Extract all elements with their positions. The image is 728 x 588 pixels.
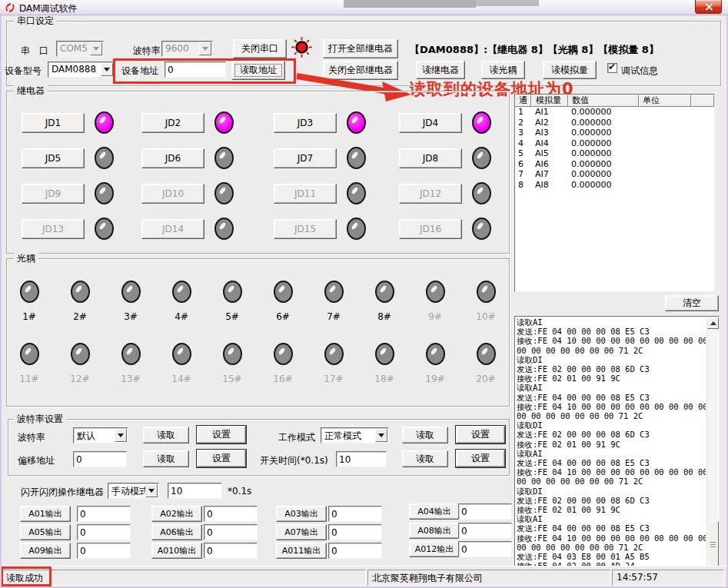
chevron-down-icon[interactable] <box>101 63 113 76</box>
a08-output-input[interactable] <box>458 523 512 539</box>
clear-log-button[interactable]: 清空 <box>665 295 719 311</box>
relay-button[interactable]: JD1 <box>22 113 85 133</box>
work-mode-read-button[interactable]: 读取 <box>402 427 448 443</box>
relay-button[interactable]: JD10 <box>141 184 204 204</box>
close-serial-button[interactable]: 关闭串口 <box>233 39 287 58</box>
scrollbar-thumb[interactable] <box>707 521 719 569</box>
opto-19: 19# <box>418 343 452 384</box>
title-bar[interactable]: DAM调试软件 <box>0 0 728 15</box>
relay-button[interactable]: JD2 <box>141 113 204 133</box>
a01-output-button[interactable]: A01输出 <box>20 506 71 522</box>
header-value[interactable]: 数值 <box>568 95 639 107</box>
switch-time-read-button[interactable]: 读取 <box>402 450 448 467</box>
a010-output-input[interactable] <box>204 543 258 559</box>
baudrate-select[interactable]: 默认 <box>73 427 128 443</box>
device-address-input[interactable] <box>165 61 226 78</box>
port-select[interactable]: COM5 <box>56 41 104 57</box>
opto-15: 15# <box>215 343 249 384</box>
relay-button[interactable]: JD9 <box>22 184 85 204</box>
scroll-up-icon[interactable] <box>707 317 719 329</box>
offset-set-button[interactable]: 设置 <box>197 450 246 467</box>
a011-output-button[interactable]: A011输出 <box>276 543 327 559</box>
flash-time-unit-label: *0.1s <box>228 486 251 497</box>
opto-led-icon <box>274 281 293 303</box>
a07-output-button[interactable]: A07输出 <box>276 524 327 540</box>
a04-output-input[interactable] <box>458 503 512 520</box>
a012-output-button[interactable]: A012输出 <box>409 541 460 557</box>
flash-time-input[interactable] <box>168 483 222 499</box>
relay-button[interactable]: JD5 <box>22 148 85 168</box>
header-channel[interactable]: 通 <box>515 95 531 107</box>
chevron-down-icon[interactable] <box>199 42 211 55</box>
a09-output-button[interactable]: A09输出 <box>20 543 71 559</box>
debug-info-checkbox[interactable] <box>607 63 617 73</box>
relay-button[interactable]: JD3 <box>274 113 337 133</box>
offset-read-button[interactable]: 读取 <box>143 450 189 467</box>
a03-output-input[interactable] <box>328 506 382 522</box>
header-filler <box>691 95 714 107</box>
a04-output-button[interactable]: A04输出 <box>409 503 460 520</box>
a012-output-input[interactable] <box>458 541 512 557</box>
relay-button[interactable]: JD15 <box>274 219 337 239</box>
chevron-down-icon[interactable] <box>375 429 387 442</box>
relay-button[interactable]: JD4 <box>399 113 462 133</box>
read-opto-button[interactable]: 读光耦 <box>481 61 525 79</box>
switch-time-set-button[interactable]: 设置 <box>456 450 505 467</box>
model-select[interactable]: DAM0888 <box>48 61 115 78</box>
a01-output-input[interactable] <box>77 506 131 522</box>
relay-button[interactable]: JD16 <box>399 219 462 239</box>
debug-log-panel[interactable]: 读取AI发送:FE 04 00 00 00 08 E5 C3 接收:FE 04 … <box>514 316 720 571</box>
chevron-down-icon[interactable] <box>145 484 158 497</box>
flash-mode-select[interactable]: 手动模式 <box>108 483 159 499</box>
relay-button[interactable]: JD13 <box>22 219 85 239</box>
a02-output-input[interactable] <box>204 506 258 522</box>
header-analog[interactable]: 模拟量 <box>531 95 568 107</box>
opto-led-icon <box>375 281 394 303</box>
baud-select[interactable]: 9600 <box>161 41 213 57</box>
a05-output-button[interactable]: A05输出 <box>20 524 71 540</box>
relay-button[interactable]: JD11 <box>274 184 337 204</box>
work-mode-set-button[interactable]: 设置 <box>456 426 505 443</box>
opto-5: 5# <box>215 281 249 322</box>
read-analog-button[interactable]: 读模拟量 <box>543 61 597 79</box>
a010-output-button[interactable]: A010输出 <box>151 543 202 559</box>
baudrate-read-button[interactable]: 读取 <box>143 427 189 443</box>
relay-button[interactable]: JD14 <box>141 219 204 239</box>
read-relay-button[interactable]: 读继电器 <box>416 61 465 79</box>
a011-output-input[interactable] <box>328 543 382 559</box>
opto-led-icon <box>71 281 90 303</box>
work-mode-select[interactable]: 正常模式 <box>321 427 389 443</box>
relay-led-icon <box>347 147 366 169</box>
baudrate-set-button[interactable]: 设置 <box>197 426 246 443</box>
a06-output-button[interactable]: A06输出 <box>151 524 202 540</box>
a09-output-input[interactable] <box>77 543 131 559</box>
a06-output-input[interactable] <box>204 524 258 540</box>
a03-output-button[interactable]: A03输出 <box>276 506 327 522</box>
relay-button[interactable]: JD7 <box>274 148 337 168</box>
relay-led-icon <box>214 111 234 134</box>
relay-jd1: JD1 <box>22 111 114 134</box>
switch-time-input[interactable] <box>336 451 387 467</box>
open-all-relays-button[interactable]: 打开全部继电器 <box>323 39 398 58</box>
relay-jd15: JD15 <box>274 218 366 240</box>
close-button[interactable] <box>695 0 722 14</box>
a08-output-button[interactable]: A08输出 <box>409 523 460 539</box>
relay-button[interactable]: JD6 <box>141 148 204 168</box>
a02-output-button[interactable]: A02输出 <box>151 506 202 522</box>
a07-output-input[interactable] <box>328 524 382 540</box>
chevron-down-icon[interactable] <box>90 42 102 55</box>
opto-4: 4# <box>165 281 198 322</box>
offset-address-input[interactable] <box>73 451 127 467</box>
chevron-down-icon[interactable] <box>115 429 127 442</box>
relay-button[interactable]: JD8 <box>399 148 462 168</box>
header-unit[interactable]: 单位 <box>639 95 691 107</box>
a05-output-input[interactable] <box>77 524 131 540</box>
opto-20: 20# <box>469 343 503 384</box>
relay-button[interactable]: JD12 <box>399 184 462 204</box>
app-window: DAM调试软件 串口设定 串 口 COM5 波特率 9600 关闭串口 打开全部… <box>0 0 728 588</box>
relay-jd4: JD4 <box>399 111 491 134</box>
status-message-panel: 读取成功 <box>2 570 366 586</box>
log-scrollbar[interactable] <box>706 317 718 570</box>
read-address-button[interactable]: 读取地址 <box>231 61 285 80</box>
baud-settings-group-label: 波特率设置 <box>14 414 66 424</box>
